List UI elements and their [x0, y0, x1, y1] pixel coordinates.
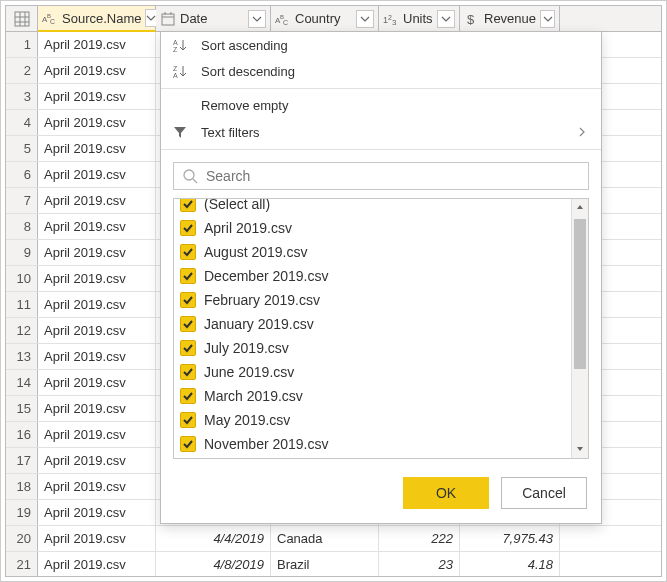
column-header-date[interactable]: Date [156, 6, 271, 31]
cell-source[interactable]: April 2019.csv [38, 188, 156, 213]
scroll-thumb[interactable] [574, 219, 586, 369]
cell-source[interactable]: April 2019.csv [38, 526, 156, 551]
filter-value-item[interactable]: July 2019.csv [180, 336, 565, 360]
cell-source[interactable]: April 2019.csv [38, 396, 156, 421]
row-number[interactable]: 8 [6, 214, 38, 239]
row-number[interactable]: 17 [6, 448, 38, 473]
row-number[interactable]: 7 [6, 188, 38, 213]
checkbox-checked-icon[interactable] [180, 199, 196, 212]
row-number[interactable]: 16 [6, 422, 38, 447]
cell-country[interactable]: Brazil [271, 552, 379, 576]
checkbox-checked-icon[interactable] [180, 268, 196, 284]
remove-empty-item[interactable]: Remove empty [161, 93, 601, 119]
cell-source[interactable]: April 2019.csv [38, 32, 156, 57]
cell-source[interactable]: April 2019.csv [38, 344, 156, 369]
cell-date[interactable]: 4/4/2019 [156, 526, 271, 551]
checkbox-checked-icon[interactable] [180, 244, 196, 260]
cell-source[interactable]: April 2019.csv [38, 266, 156, 291]
row-number[interactable]: 19 [6, 500, 38, 525]
filter-value-item[interactable]: (Select all) [180, 199, 565, 216]
filter-value-item[interactable]: December 2019.csv [180, 264, 565, 288]
row-number[interactable]: 12 [6, 318, 38, 343]
sort-descending-item[interactable]: ZA Sort descending [161, 58, 601, 84]
cell-country[interactable]: Canada [271, 526, 379, 551]
column-header-revenue[interactable]: $ Revenue [460, 6, 560, 31]
scroll-down-arrow[interactable] [572, 441, 588, 458]
row-number[interactable]: 9 [6, 240, 38, 265]
cancel-button[interactable]: Cancel [501, 477, 587, 509]
checkbox-checked-icon[interactable] [180, 436, 196, 452]
cell-source[interactable]: April 2019.csv [38, 448, 156, 473]
scrollbar[interactable] [571, 199, 588, 458]
filter-value-item[interactable]: June 2019.csv [180, 360, 565, 384]
checkbox-checked-icon[interactable] [180, 340, 196, 356]
cell-source[interactable]: April 2019.csv [38, 162, 156, 187]
checkbox-checked-icon[interactable] [180, 388, 196, 404]
sort-asc-icon: AZ [171, 36, 189, 54]
cell-source[interactable]: April 2019.csv [38, 58, 156, 83]
checkbox-checked-icon[interactable] [180, 292, 196, 308]
cell-revenue[interactable]: 4.18 [460, 552, 560, 576]
text-type-icon: ABC [275, 11, 291, 27]
cell-source[interactable]: April 2019.csv [38, 214, 156, 239]
scroll-up-arrow[interactable] [572, 199, 588, 216]
checkbox-checked-icon[interactable] [180, 412, 196, 428]
filter-value-item[interactable]: August 2019.csv [180, 240, 565, 264]
row-number[interactable]: 4 [6, 110, 38, 135]
row-number[interactable]: 10 [6, 266, 38, 291]
cell-revenue[interactable]: 7,975.43 [460, 526, 560, 551]
filter-dropdown-button[interactable] [437, 10, 455, 28]
row-number[interactable]: 2 [6, 58, 38, 83]
filter-value-item[interactable]: January 2019.csv [180, 312, 565, 336]
cell-source[interactable]: April 2019.csv [38, 474, 156, 499]
text-filters-item[interactable]: Text filters [161, 119, 601, 145]
cell-source[interactable]: April 2019.csv [38, 370, 156, 395]
cell-source[interactable]: April 2019.csv [38, 240, 156, 265]
svg-text:$: $ [467, 12, 475, 27]
row-number[interactable]: 15 [6, 396, 38, 421]
column-header-units[interactable]: 123 Units [379, 6, 460, 31]
column-header-source[interactable]: ABC Source.Name [38, 6, 156, 32]
row-number[interactable]: 3 [6, 84, 38, 109]
filter-dropdown-button[interactable] [248, 10, 266, 28]
cell-source[interactable]: April 2019.csv [38, 318, 156, 343]
row-number[interactable]: 11 [6, 292, 38, 317]
cell-source[interactable]: April 2019.csv [38, 136, 156, 161]
row-number[interactable]: 6 [6, 162, 38, 187]
row-number[interactable]: 20 [6, 526, 38, 551]
checkbox-checked-icon[interactable] [180, 364, 196, 380]
column-header-country[interactable]: ABC Country [271, 6, 379, 31]
table-row[interactable]: 21April 2019.csv4/8/2019Brazil234.18 [6, 552, 661, 576]
cell-source[interactable]: April 2019.csv [38, 422, 156, 447]
cell-source[interactable]: April 2019.csv [38, 110, 156, 135]
row-number[interactable]: 13 [6, 344, 38, 369]
cell-source[interactable]: April 2019.csv [38, 292, 156, 317]
sort-ascending-item[interactable]: AZ Sort ascending [161, 32, 601, 58]
filter-dropdown-button[interactable] [540, 10, 555, 28]
cell-source[interactable]: April 2019.csv [38, 500, 156, 525]
search-input[interactable] [206, 168, 580, 184]
filter-value-item[interactable]: May 2019.csv [180, 408, 565, 432]
checkbox-checked-icon[interactable] [180, 316, 196, 332]
search-box[interactable] [173, 162, 589, 190]
row-number[interactable]: 21 [6, 552, 38, 576]
row-number[interactable]: 18 [6, 474, 38, 499]
column-label: Date [180, 11, 207, 26]
row-number[interactable]: 14 [6, 370, 38, 395]
row-number[interactable]: 1 [6, 32, 38, 57]
filter-value-item[interactable]: March 2019.csv [180, 384, 565, 408]
cell-source[interactable]: April 2019.csv [38, 84, 156, 109]
table-row[interactable]: 20April 2019.csv4/4/2019Canada2227,975.4… [6, 526, 661, 552]
cell-units[interactable]: 23 [379, 552, 460, 576]
filter-dropdown-button[interactable] [356, 10, 374, 28]
cell-units[interactable]: 222 [379, 526, 460, 551]
cell-date[interactable]: 4/8/2019 [156, 552, 271, 576]
filter-value-item[interactable]: February 2019.csv [180, 288, 565, 312]
table-corner[interactable] [6, 6, 38, 31]
row-number[interactable]: 5 [6, 136, 38, 161]
checkbox-checked-icon[interactable] [180, 220, 196, 236]
filter-value-item[interactable]: November 2019.csv [180, 432, 565, 456]
cell-source[interactable]: April 2019.csv [38, 552, 156, 576]
ok-button[interactable]: OK [403, 477, 489, 509]
filter-value-item[interactable]: April 2019.csv [180, 216, 565, 240]
